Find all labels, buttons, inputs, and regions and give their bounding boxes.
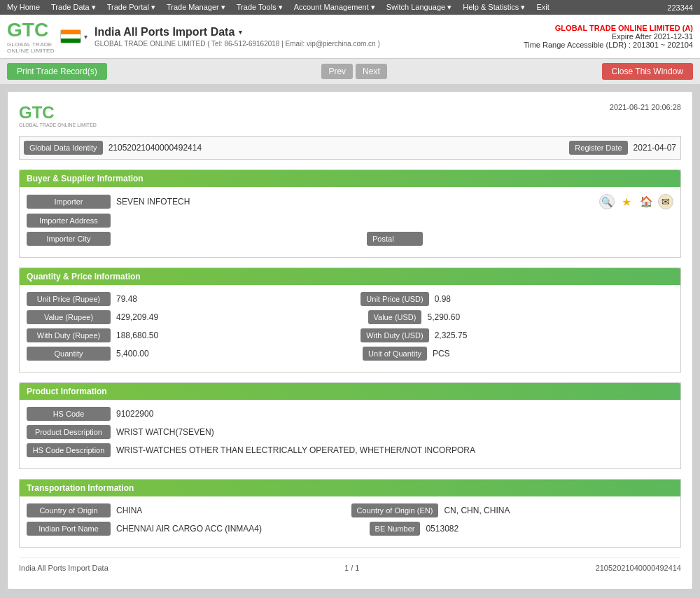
nav-exit[interactable]: Exit bbox=[536, 3, 549, 12]
country-of-origin-value: CHINA bbox=[116, 506, 346, 515]
nav-trade-data[interactable]: Trade Data ▾ bbox=[51, 3, 96, 12]
product-description-row: Product Description WRIST WATCH(7SEVEN) bbox=[27, 425, 673, 439]
card-logo: GTC GLOBAL TRADE ONLINE LIMITED bbox=[19, 103, 103, 127]
quantity-value: 5,400.00 bbox=[116, 349, 357, 359]
value-usd-value: 5,290.60 bbox=[427, 312, 673, 322]
indian-port-name-label: Indian Port Name bbox=[27, 522, 111, 536]
value-row: Value (Rupee) 429,209.49 Value (USD) 5,2… bbox=[27, 310, 673, 324]
star-icon[interactable]: ★ bbox=[619, 194, 634, 209]
flag-dropdown-arrow: ▾ bbox=[84, 33, 88, 41]
close-window-button[interactable]: Close This Window bbox=[602, 63, 693, 80]
global-data-identity-value: 210520210400004924​14 bbox=[108, 143, 202, 153]
search-icon[interactable]: 🔍 bbox=[599, 194, 615, 209]
importer-icons: 🔍 ★ 🏠 ✉ bbox=[599, 194, 673, 209]
be-number-label: BE Number bbox=[370, 522, 421, 536]
importer-address-label: Importer Address bbox=[27, 214, 111, 228]
importer-row: Importer SEVEN INFOTECH 🔍 ★ 🏠 ✉ bbox=[27, 194, 673, 209]
importer-city-row: Importer City Postal bbox=[27, 232, 673, 246]
nav-my-home[interactable]: My Home bbox=[7, 3, 40, 12]
indian-port-name-value: CHENNAI AIR CARGO ACC (INMAA4) bbox=[116, 524, 364, 534]
nav-trade-portal[interactable]: Trade Portal ▾ bbox=[107, 3, 155, 12]
product-description-label: Product Description bbox=[27, 425, 111, 439]
with-duty-usd-value: 2,325.75 bbox=[435, 331, 673, 340]
hs-code-value: 91022900 bbox=[116, 409, 673, 419]
nav-trade-manager[interactable]: Trade Manager ▾ bbox=[167, 3, 225, 12]
record-date: 2021-06-21 20:06:28 bbox=[610, 103, 681, 111]
country-of-origin-en-value: CN, CHN, CHINA bbox=[444, 506, 673, 515]
header: GTC GLOBAL TRADE ONLINE LIMITED ▾ India … bbox=[0, 15, 700, 59]
country-of-origin-en-label: Country of Origin (EN) bbox=[351, 503, 439, 517]
quantity-price-header: Quantity & Price Information bbox=[20, 268, 680, 285]
product-header: Product Information bbox=[20, 383, 680, 400]
country-of-origin-label: Country of Origin bbox=[27, 503, 111, 517]
unit-price-row: Unit Price (Rupee) 79.48 Unit Price (USD… bbox=[27, 292, 673, 306]
prev-button[interactable]: Prev bbox=[321, 64, 353, 79]
header-title-area: India All Ports Import Data ▾ GLOBAL TRA… bbox=[94, 26, 524, 48]
hs-code-description-row: HS Code Description WRIST-WATCHES OTHER … bbox=[27, 443, 673, 457]
global-data-identity-label: Global Data Identity bbox=[24, 141, 103, 155]
quantity-label: Quantity bbox=[27, 347, 111, 361]
buyer-supplier-section: Buyer & Supplier Information Importer SE… bbox=[19, 169, 681, 258]
register-date-label: Register Date bbox=[569, 141, 627, 155]
mail-icon[interactable]: ✉ bbox=[658, 194, 673, 209]
company-name: GLOBAL TRADE ONLINE LIMITED (A) bbox=[524, 24, 693, 32]
importer-value: SEVEN INFOTECH bbox=[116, 197, 588, 207]
card-footer: India All Ports Import Data 1 / 1 210520… bbox=[19, 557, 681, 578]
hs-code-row: HS Code 91022900 bbox=[27, 407, 673, 421]
navigation-buttons: Prev Next bbox=[321, 64, 386, 79]
register-date-value: 2021-04-07 bbox=[634, 143, 676, 153]
main-content: GTC GLOBAL TRADE ONLINE LIMITED 2021-06-… bbox=[0, 84, 700, 598]
unit-price-usd-label: Unit Price (USD) bbox=[360, 292, 428, 306]
buyer-supplier-body: Importer SEVEN INFOTECH 🔍 ★ 🏠 ✉ Importer… bbox=[20, 187, 680, 257]
transportation-section: Transportation Information Country of Or… bbox=[19, 479, 681, 548]
importer-label: Importer bbox=[27, 195, 111, 209]
footer-right-text: 210520210400004924​14 bbox=[596, 564, 681, 572]
title-dropdown-arrow[interactable]: ▾ bbox=[239, 29, 242, 36]
top-navigation: My Home Trade Data ▾ Trade Portal ▾ Trad… bbox=[0, 0, 700, 15]
quantity-price-section: Quantity & Price Information Unit Price … bbox=[19, 267, 681, 373]
company-logo: GTC GLOBAL TRADE ONLINE LIMITED bbox=[7, 19, 56, 54]
footer-left-text: India All Ports Import Data bbox=[19, 564, 108, 572]
page-title: India All Ports Import Data ▾ bbox=[94, 26, 524, 39]
flag-selector[interactable]: ▾ bbox=[60, 29, 88, 43]
hs-code-description-label: HS Code Description bbox=[27, 443, 111, 457]
logo-text: GTC bbox=[7, 19, 48, 41]
quantity-row: Quantity 5,400.00 Unit of Quantity PCS bbox=[27, 347, 673, 361]
nav-trade-tools[interactable]: Trade Tools ▾ bbox=[237, 3, 283, 12]
card-logo-text: GTC bbox=[19, 103, 55, 123]
home-icon[interactable]: 🏠 bbox=[638, 194, 654, 209]
country-origin-row: Country of Origin CHINA Country of Origi… bbox=[27, 503, 673, 517]
quantity-price-body: Unit Price (Rupee) 79.48 Unit Price (USD… bbox=[20, 285, 680, 372]
logo-subtitle: GLOBAL TRADE ONLINE LIMITED bbox=[7, 41, 56, 54]
print-button[interactable]: Print Trade Record(s) bbox=[7, 63, 107, 80]
unit-price-usd-value: 0.98 bbox=[435, 294, 673, 304]
time-range: Time Range Accessible (LDR) : 201301 ~ 2… bbox=[524, 41, 693, 49]
with-duty-rupee-value: 188,680.50 bbox=[116, 331, 355, 340]
postal-label: Postal bbox=[367, 232, 423, 246]
with-duty-usd-label: With Duty (USD) bbox=[360, 328, 428, 342]
nav-switch-language[interactable]: Switch Language ▾ bbox=[386, 3, 451, 12]
next-button[interactable]: Next bbox=[356, 64, 387, 79]
footer-center-text: 1 / 1 bbox=[344, 564, 359, 572]
port-name-row: Indian Port Name CHENNAI AIR CARGO ACC (… bbox=[27, 522, 673, 536]
unit-price-rupee-value: 79.48 bbox=[116, 294, 355, 304]
card-header: GTC GLOBAL TRADE ONLINE LIMITED 2021-06-… bbox=[19, 103, 681, 127]
expire-date: Expire After 2021-12-31 bbox=[524, 32, 693, 41]
header-subtitle: GLOBAL TRADE ONLINE LIMITED ( Tel: 86-51… bbox=[94, 40, 524, 48]
header-right-info: GLOBAL TRADE ONLINE LIMITED (A) Expire A… bbox=[524, 24, 693, 49]
hs-code-label: HS Code bbox=[27, 407, 111, 421]
nav-account-management[interactable]: Account Management ▾ bbox=[294, 3, 375, 12]
hs-code-description-value: WRIST-WATCHES OTHER THAN ELECTRICALLY OP… bbox=[116, 445, 673, 455]
with-duty-rupee-label: With Duty (Rupee) bbox=[27, 328, 111, 342]
nav-help-statistics[interactable]: Help & Statistics ▾ bbox=[463, 3, 525, 12]
unit-of-quantity-value: PCS bbox=[433, 349, 673, 359]
value-usd-label: Value (USD) bbox=[368, 310, 422, 324]
transportation-header: Transportation Information bbox=[20, 480, 680, 496]
global-data-row: Global Data Identity 210520210400004924​… bbox=[19, 136, 681, 160]
unit-of-quantity-label: Unit of Quantity bbox=[363, 347, 427, 361]
product-body: HS Code 91022900 Product Description WRI… bbox=[20, 400, 680, 468]
unit-price-rupee-label: Unit Price (Rupee) bbox=[27, 292, 111, 306]
be-number-value: 0513082 bbox=[426, 524, 673, 534]
importer-city-label: Importer City bbox=[27, 232, 111, 246]
user-id: 223344 bbox=[667, 4, 693, 12]
